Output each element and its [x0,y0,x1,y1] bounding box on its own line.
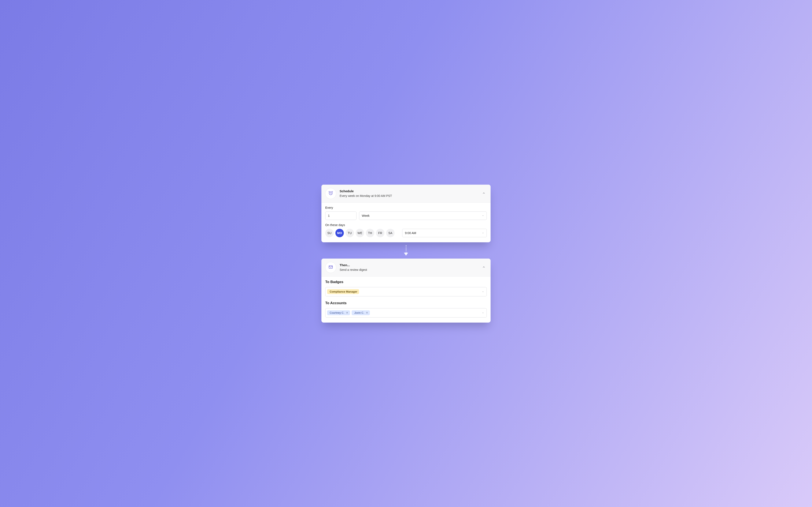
day-mo[interactable]: MO [336,229,344,237]
day-we[interactable]: WE [356,229,364,237]
interval-input[interactable]: 1 [325,212,357,220]
account-chip: Courtney C. ✕ [327,310,350,315]
remove-chip-icon[interactable]: ✕ [346,312,348,314]
alarm-clock-icon [328,191,333,196]
badge-chip-label: Compliance Manager [329,290,357,293]
then-header-text: Then... Send a review digest [340,263,477,272]
remove-chip-icon[interactable]: ✕ [366,312,368,314]
days-label: On these days [325,223,487,227]
schedule-card-header: Schedule Every week on Monday at 9:00 AM… [321,185,491,203]
mail-icon [328,265,333,270]
badge-chip: Compliance Manager [327,289,359,294]
schedule-title: Schedule [340,189,477,193]
arrow-down-icon [404,252,408,256]
then-collapse-button[interactable] [481,265,487,270]
then-subtitle: Send a review digest [340,268,477,272]
schedule-subtitle: Every week on Monday at 9:00 AM PST [340,194,477,198]
day-fr[interactable]: FR [376,229,385,237]
chevron-up-icon [483,266,485,269]
account-chip-label: Jovin C. [354,312,364,314]
time-value: 9:00 AM [405,231,416,235]
day-th[interactable]: TH [366,229,374,237]
chevron-up-icon [483,191,485,195]
caret-down-icon [482,232,484,234]
caret-down-icon [482,312,484,314]
day-picker: SU MO TU WE TH FR SA [325,229,395,237]
to-badges-label: To Badges [325,280,487,284]
then-card-header: Then... Send a review digest [321,259,491,277]
schedule-card: Schedule Every week on Monday at 9:00 AM… [321,185,491,242]
day-tu[interactable]: TU [346,229,354,237]
to-badges-select[interactable]: Compliance Manager [325,287,487,296]
caret-down-icon [482,215,484,217]
flow-connector [404,245,408,256]
interval-value: 1 [328,214,329,217]
schedule-card-body: Every 1 Week On these days SU MO TU WE T… [321,203,491,242]
then-title: Then... [340,263,477,267]
to-accounts-select[interactable]: Courtney C. ✕ Jovin C. ✕ [325,308,487,318]
then-icon-circle [325,262,336,273]
unit-value: Week [362,214,370,217]
account-chip: Jovin C. ✕ [352,310,370,315]
day-sa[interactable]: SA [386,229,395,237]
time-select[interactable]: 9:00 AM [402,229,487,237]
day-su[interactable]: SU [325,229,334,237]
unit-select[interactable]: Week [359,212,487,220]
then-card: Then... Send a review digest To Badges C… [321,259,491,323]
schedule-collapse-button[interactable] [481,190,487,196]
account-chip-label: Courtney C. [329,312,344,314]
schedule-icon-circle [325,188,336,199]
then-card-body: To Badges Compliance Manager To Accounts… [321,277,491,323]
connector-line [406,245,406,253]
every-label: Every [325,206,487,209]
caret-down-icon [482,291,484,293]
to-accounts-label: To Accounts [325,301,487,305]
schedule-header-text: Schedule Every week on Monday at 9:00 AM… [340,189,477,198]
